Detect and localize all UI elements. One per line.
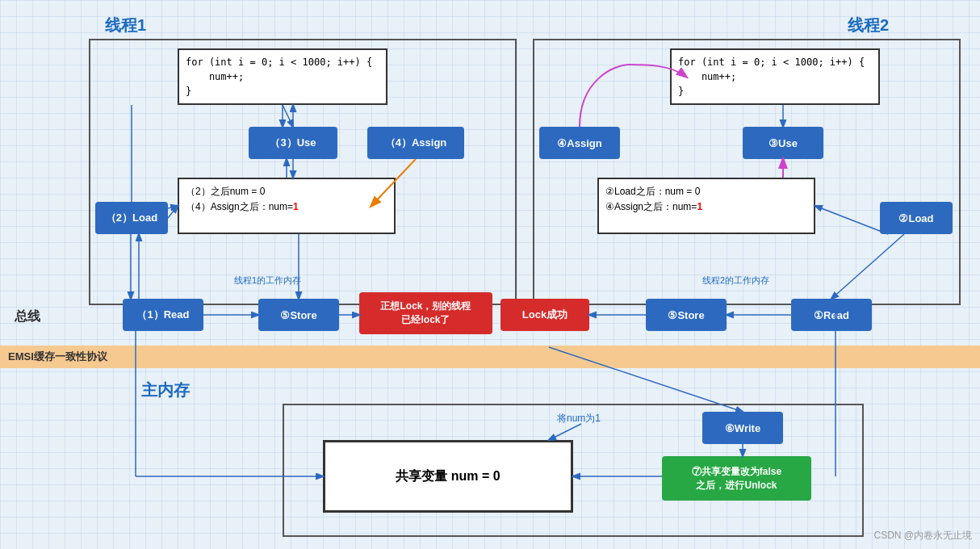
thread2-code: for (int i = 0; i < 1000; i++) { num++; … [670, 48, 880, 105]
thread2-step3-use: ③Use [743, 127, 823, 159]
thread1-code: for (int i = 0; i < 1000; i++) { num++; … [178, 48, 387, 105]
thread2-step2-load: ②Load [880, 202, 953, 234]
thread1-label: 线程1 [105, 15, 146, 36]
step7-unlock: ⑦共享变量改为false 之后，进行Unlock [662, 456, 811, 501]
step6-write: ⑥Write [702, 412, 783, 444]
num-label: 将num为1 [557, 412, 601, 425]
watermark: CSDN @内卷永无止境 [873, 529, 972, 543]
main-mem-label: 主内存 [141, 379, 190, 401]
thread1-step4-assign: （4）Assign [367, 127, 464, 159]
thread1-step3-use: （3）Use [249, 127, 337, 159]
thread2-work-mem-label: 线程2的工作内存 [702, 274, 769, 287]
thread1-info: （2）之后num = 0 （4）Assign之后：num=1 [178, 178, 396, 234]
thread1-step1-read: （1）Read [123, 299, 203, 331]
thread1-work-mem-label: 线程1的工作内存 [234, 274, 301, 287]
emsi-bar: EMSI缓存一致性协议 [0, 346, 980, 368]
bus-label: 总线 [15, 308, 40, 325]
shared-var-box: 共享变量 num = 0 [323, 440, 573, 513]
lock-success-msg: Lock成功 [500, 299, 589, 331]
thread2-step1-read: ①Read [791, 299, 872, 331]
thread1-step2-load: （2）Load [95, 202, 168, 234]
thread2-info: ②Load之后：num = 0 ④Assign之后：num=1 [597, 178, 815, 234]
lock-fail-msg: 正想Lock，别的线程 已经lock了 [359, 292, 492, 334]
thread2-step5-store: ⑤Store [646, 299, 727, 331]
thread2-step4-assign: ④Assign [539, 127, 620, 159]
thread1-step5-store: ⑤Store [258, 299, 339, 331]
thread2-label: 线程2 [848, 15, 889, 36]
